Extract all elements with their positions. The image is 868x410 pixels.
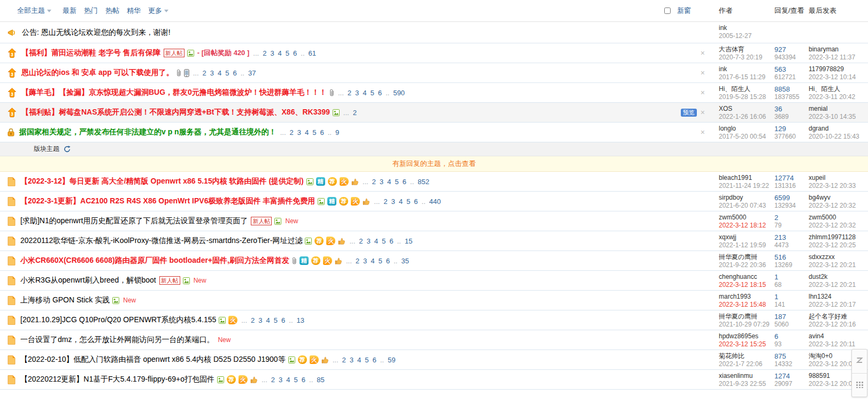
reply-count[interactable]: 2 bbox=[774, 214, 804, 222]
quick-nav-button[interactable] bbox=[852, 350, 867, 373]
page-link[interactable]: 4 bbox=[374, 237, 378, 245]
page-link[interactable]: 4 bbox=[363, 89, 366, 97]
thread-title[interactable]: 【薅羊毛】【捡漏】京东惊现超大漏洞BUG，群友0元撸电烤箱微波炉！快进群薅羊毛！… bbox=[21, 88, 327, 97]
thread-title[interactable]: 20220112歌华链-京东-酸乳-iKoolProxy-微信推送-网易云-sm… bbox=[20, 236, 302, 246]
close-thread-button[interactable]: × bbox=[701, 49, 705, 57]
author-name[interactable]: ink bbox=[719, 65, 770, 73]
reply-count[interactable]: 1 bbox=[774, 293, 804, 301]
page-link[interactable]: 5 bbox=[378, 257, 382, 265]
page-link[interactable]: 2 bbox=[271, 376, 275, 384]
page-link[interactable]: 5 bbox=[365, 356, 368, 364]
lastpost-author[interactable]: avin4 bbox=[809, 332, 868, 340]
page-link[interactable]: 3 bbox=[355, 89, 359, 97]
page-link[interactable]: 6 bbox=[414, 198, 418, 206]
page-link[interactable]: 3 bbox=[270, 49, 274, 57]
filter-digest[interactable]: 精华 bbox=[127, 6, 141, 16]
reply-count[interactable]: 129 bbox=[774, 125, 804, 133]
page-link[interactable]: 6 bbox=[233, 69, 236, 77]
lastpost-author[interactable]: sdxxzzxx bbox=[809, 253, 868, 261]
lastpost-author[interactable]: zhlmm19971128 bbox=[809, 233, 868, 241]
page-link[interactable]: 6 bbox=[302, 376, 305, 384]
author-name[interactable]: longlo bbox=[719, 125, 770, 133]
page-link[interactable]: 5 bbox=[382, 237, 386, 245]
page-link[interactable]: 3 bbox=[367, 237, 371, 245]
page-link[interactable]: 2 bbox=[356, 257, 359, 265]
thread-title[interactable]: 【2022-3-12】每日更新 高大全/精简版 Openwrt x86 5.15… bbox=[20, 177, 304, 186]
reply-count[interactable]: 36 bbox=[774, 105, 804, 113]
lastpost-author[interactable]: dust2k bbox=[809, 273, 868, 281]
reply-count[interactable]: 12774 bbox=[774, 174, 804, 182]
author-name[interactable]: 菊花帅比 bbox=[719, 352, 770, 360]
page-link[interactable]: 4 bbox=[305, 128, 309, 136]
reply-count[interactable]: 213 bbox=[774, 233, 804, 241]
page-link[interactable]: 5 bbox=[312, 128, 316, 136]
page-link[interactable]: 6 bbox=[293, 49, 297, 57]
page-link[interactable]: 6 bbox=[372, 356, 376, 364]
thread-title[interactable]: [2021.10.29]JCG Q10Pro/Q20 OPENWRT系统内核5.… bbox=[20, 315, 216, 325]
thread-title[interactable]: 恩山论坛的ios 和 安卓 app 可以下载使用了。 bbox=[21, 68, 174, 78]
page-link[interactable]: 5 bbox=[294, 376, 298, 384]
author-name[interactable]: xqxwjj bbox=[719, 233, 770, 241]
preview-badge[interactable]: 预览 bbox=[681, 109, 697, 117]
page-link[interactable]: 5 bbox=[406, 198, 410, 206]
last-page-link[interactable]: 13 bbox=[297, 316, 304, 324]
last-page-link[interactable]: 59 bbox=[388, 356, 395, 364]
page-link[interactable]: 2 bbox=[290, 128, 294, 136]
thread-title[interactable]: [求助]N1的openwrt用历史配置还原了下后就无法设置登录管理页面了 bbox=[20, 216, 248, 226]
author-name[interactable]: Hi、陌生人 bbox=[719, 85, 770, 93]
author-name[interactable]: XOS bbox=[719, 105, 770, 113]
last-page-link[interactable]: 590 bbox=[393, 89, 405, 97]
page-link[interactable]: 4 bbox=[218, 69, 221, 77]
author-name[interactable]: 卌华夏の鹰卌 bbox=[719, 253, 770, 261]
author-name[interactable]: 卌华夏の鹰卌 bbox=[719, 313, 770, 321]
page-link[interactable]: 5 bbox=[395, 178, 398, 186]
reply-count[interactable]: 187 bbox=[774, 313, 804, 321]
page-link[interactable]: 6 bbox=[281, 316, 285, 324]
reply-count[interactable]: 8858 bbox=[774, 85, 804, 93]
thread-title[interactable]: 上海移动 GPON Stick 实践 bbox=[20, 295, 110, 305]
thread-title[interactable]: 小米R3G从openwrt刷入breed，解锁boot bbox=[20, 276, 156, 285]
reply-count[interactable]: 1 bbox=[774, 273, 804, 281]
reply-count[interactable]: 6 bbox=[774, 332, 804, 340]
author-name[interactable]: 大吉体育 bbox=[719, 45, 770, 54]
page-link[interactable]: 4 bbox=[371, 257, 374, 265]
author-name[interactable]: march1993 bbox=[719, 293, 770, 301]
page-link[interactable]: 4 bbox=[387, 178, 391, 186]
close-thread-button[interactable]: × bbox=[701, 69, 705, 77]
last-page-link[interactable]: 61 bbox=[309, 49, 316, 57]
filter-latest[interactable]: 最新 bbox=[63, 6, 76, 16]
close-thread-button[interactable]: × bbox=[701, 128, 705, 136]
filter-more[interactable]: 更多 bbox=[148, 6, 168, 16]
thread-title[interactable]: 【20220212更新】N1基于F大5.4.179-flippy-69+o打包固… bbox=[20, 375, 214, 384]
thread-title[interactable]: 【福利贴】树莓盘NAS系统开启公测！不限速内网穿透+Bt下载！支持树莓派、X86… bbox=[21, 108, 330, 117]
lastpost-author[interactable]: menial bbox=[809, 105, 868, 113]
lastpost-author[interactable]: 1179978829 bbox=[809, 65, 868, 73]
page-link[interactable]: 3 bbox=[363, 257, 367, 265]
lastpost-author[interactable]: dgrand bbox=[809, 125, 868, 133]
filter-all-topics[interactable]: 全部主题 bbox=[17, 6, 51, 16]
page-link[interactable]: 6 bbox=[403, 178, 406, 186]
page-link[interactable]: 2 bbox=[353, 109, 357, 117]
close-thread-button[interactable]: × bbox=[701, 89, 705, 96]
author-name[interactable]: chenghuancc bbox=[719, 273, 770, 281]
page-link[interactable]: 6 bbox=[386, 257, 390, 265]
reply-count[interactable]: 563 bbox=[774, 65, 804, 73]
thread-title[interactable]: 据国家相关规定，严禁发布任何非法建立的v p n服务器，尤其是通往境外的！ bbox=[19, 127, 276, 137]
page-link[interactable]: 2 bbox=[383, 198, 387, 206]
lastpost-author[interactable]: bg4wyv bbox=[809, 194, 868, 202]
page-link[interactable]: 2 bbox=[372, 178, 376, 186]
author-name[interactable]: zwm5000 bbox=[719, 214, 770, 222]
page-link[interactable]: 3 bbox=[350, 356, 354, 364]
page-link[interactable]: 3 bbox=[391, 198, 395, 206]
lastpost-author[interactable]: lhn1324 bbox=[809, 293, 868, 301]
last-page-link[interactable]: 15 bbox=[405, 237, 412, 245]
thread-title[interactable]: 【2022-3-1更新】AC2100 R2S R4S X86 OpenWrt I… bbox=[20, 196, 315, 206]
thread-title[interactable]: 【福利】莆田运动潮鞋 老字号 售后有保障 bbox=[21, 48, 160, 58]
page-link[interactable]: 4 bbox=[357, 356, 361, 364]
page-link[interactable]: 5 bbox=[286, 49, 289, 57]
new-window-checkbox[interactable] bbox=[664, 7, 671, 14]
author-name[interactable]: ink bbox=[719, 24, 770, 32]
page-link[interactable]: 5 bbox=[274, 316, 278, 324]
reply-count[interactable]: 927 bbox=[774, 45, 804, 54]
last-page-link[interactable]: 85 bbox=[317, 376, 324, 384]
